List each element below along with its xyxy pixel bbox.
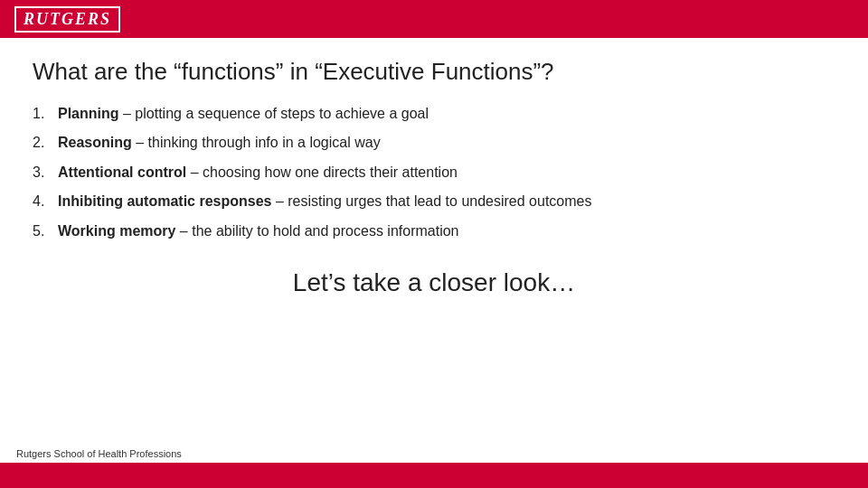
executive-functions-list: 1. Planning – plotting a sequence of ste… (33, 104, 835, 241)
list-number-5: 5. (33, 221, 58, 241)
desc-attentional: – choosing how one directs their attenti… (186, 164, 458, 180)
list-item: 3. Attentional control – choosing how on… (33, 163, 835, 183)
rutgers-logo: Rutgers (14, 6, 120, 33)
logo-text: Rutgers (24, 10, 111, 29)
list-item: 5. Working memory – the ability to hold … (33, 221, 835, 241)
term-working-memory: Working memory (58, 223, 175, 239)
list-number-3: 3. (33, 163, 58, 183)
term-inhibiting: Inhibiting automatic responses (58, 193, 271, 209)
list-content-5: Working memory – the ability to hold and… (58, 221, 835, 241)
desc-planning: – plotting a sequence of steps to achiev… (119, 106, 429, 121)
list-item: 4. Inhibiting automatic responses – resi… (33, 192, 835, 211)
main-content: What are the “functions” in “Executive F… (0, 38, 868, 297)
term-planning: Planning (58, 106, 119, 121)
footer-label: Rutgers School of Health Professions (16, 448, 182, 459)
list-number-2: 2. (33, 133, 58, 153)
logo-box: Rutgers (14, 6, 120, 33)
desc-working-memory: – the ability to hold and process inform… (175, 223, 458, 239)
term-reasoning: Reasoning (58, 135, 132, 150)
closing-text: Let’s take a closer look… (33, 268, 835, 297)
list-number-1: 1. (33, 104, 58, 124)
list-item: 2. Reasoning – thinking through info in … (33, 133, 835, 153)
header-bar: Rutgers (0, 0, 868, 38)
list-content-1: Planning – plotting a sequence of steps … (58, 104, 835, 124)
desc-inhibiting: – resisting urges that lead to undesired… (271, 193, 591, 209)
list-item: 1. Planning – plotting a sequence of ste… (33, 104, 835, 124)
bottom-bar (0, 463, 868, 488)
list-content-3: Attentional control – choosing how one d… (58, 163, 835, 183)
list-content-4: Inhibiting automatic responses – resisti… (58, 192, 835, 211)
list-content-2: Reasoning – thinking through info in a l… (58, 133, 835, 153)
term-attentional: Attentional control (58, 164, 186, 180)
desc-reasoning: – thinking through info in a logical way (132, 135, 381, 150)
list-number-4: 4. (33, 192, 58, 211)
page-title: What are the “functions” in “Executive F… (33, 58, 835, 86)
